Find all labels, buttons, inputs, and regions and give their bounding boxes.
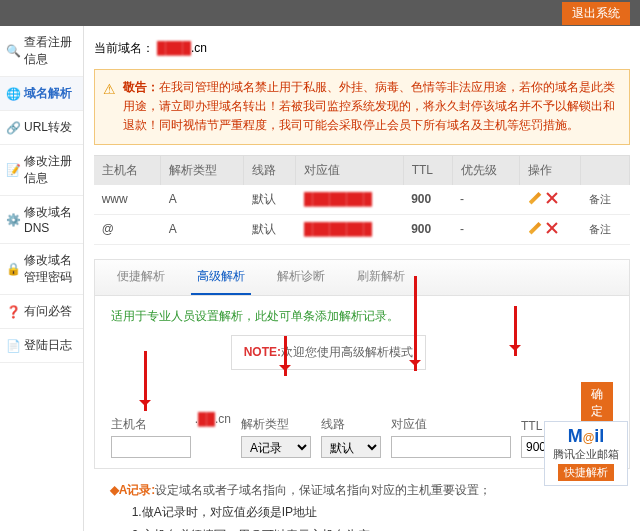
- label-line: 线路: [321, 416, 381, 433]
- sidebar-item-label: 域名解析: [24, 85, 72, 102]
- log-icon: 📄: [6, 339, 20, 353]
- th-ttl: TTL: [403, 156, 452, 185]
- question-icon: ❓: [6, 305, 20, 319]
- current-domain: 当前域名： ████.cn: [94, 34, 630, 63]
- cell-line: 默认: [244, 214, 296, 244]
- warning-banner: ⚠ 敬告：在我司管理的域名禁止用于私服、外挂、病毒、色情等非法应用途，若你的域名…: [94, 69, 630, 145]
- link-icon: 🔗: [6, 121, 20, 135]
- tabs: 便捷解析 高级解析 解析诊断 刷新解析: [94, 259, 630, 296]
- table-row: www A 默认 ████████ 900 - 备注: [94, 185, 630, 215]
- cell-type: A: [161, 214, 244, 244]
- line-select[interactable]: 默认: [321, 436, 381, 458]
- sidebar-item-url[interactable]: 🔗URL转发: [0, 111, 83, 145]
- sidebar: 🔍查看注册信息 🌐域名解析 🔗URL转发 📝修改注册信息 ⚙️修改域名DNS 🔒…: [0, 26, 84, 531]
- cell-ttl: 900: [403, 214, 452, 244]
- cell-host: @: [94, 214, 161, 244]
- sidebar-item-label: 有问必答: [24, 303, 72, 320]
- cell-ttl: 900: [403, 185, 452, 215]
- label-host: 主机名: [111, 416, 191, 433]
- sidebar-item-reginfo[interactable]: 🔍查看注册信息: [0, 26, 83, 77]
- sidebar-item-label: 修改域名DNS: [24, 204, 77, 235]
- redacted-domain: ████: [157, 41, 191, 55]
- warning-title: 敬告：: [123, 80, 159, 94]
- promo-text: 腾讯企业邮箱: [553, 447, 619, 462]
- cell-remark[interactable]: 备注: [581, 185, 630, 215]
- annotation-arrow: [144, 351, 147, 411]
- th-type: 解析类型: [161, 156, 244, 185]
- tab-diagnose[interactable]: 解析诊断: [271, 260, 331, 295]
- tab-quick[interactable]: 便捷解析: [111, 260, 171, 295]
- th-ops: 操作: [520, 156, 581, 185]
- th-value: 对应值: [296, 156, 403, 185]
- type-select[interactable]: A记录: [241, 436, 311, 458]
- help-a-title: A记录:: [119, 483, 156, 497]
- cell-value: ████████: [296, 185, 403, 215]
- edit-icon[interactable]: [529, 191, 543, 205]
- cell-ops: [520, 185, 581, 215]
- sidebar-item-faq[interactable]: ❓有问必答: [0, 295, 83, 329]
- th-line: 线路: [244, 156, 296, 185]
- edit-icon: 📝: [6, 163, 20, 177]
- sidebar-item-label: 修改注册信息: [24, 153, 77, 187]
- promo-logo: M@il: [553, 426, 619, 447]
- cell-ops: [520, 214, 581, 244]
- cell-remark[interactable]: 备注: [581, 214, 630, 244]
- cell-value: ████████: [296, 214, 403, 244]
- note-text: 欢迎您使用高级解析模式: [281, 345, 413, 359]
- sidebar-item-label: URL转发: [24, 119, 72, 136]
- cell-line: 默认: [244, 185, 296, 215]
- domain-suffix: .cn: [191, 41, 207, 55]
- label-type: 解析类型: [241, 416, 311, 433]
- cell-pri: -: [452, 214, 520, 244]
- label-value: 对应值: [391, 416, 511, 433]
- sidebar-item-password[interactable]: 🔒修改域名管理密码: [0, 244, 83, 295]
- th-host: 主机名: [94, 156, 161, 185]
- sidebar-item-editreg[interactable]: 📝修改注册信息: [0, 145, 83, 196]
- note-prefix: NOTE:: [244, 345, 281, 359]
- edit-icon[interactable]: [529, 221, 543, 235]
- value-input[interactable]: [391, 436, 511, 458]
- host-input[interactable]: [111, 436, 191, 458]
- note-box: NOTE:欢迎您使用高级解析模式: [231, 335, 426, 370]
- help-a2: 2.主机名必须填写，用@可以表示主机名为空: [132, 524, 614, 531]
- sidebar-item-dns[interactable]: 🌐域名解析: [0, 77, 83, 111]
- delete-icon[interactable]: [545, 191, 559, 205]
- help-a1: 1.做A记录时，对应值必须是IP地址: [132, 501, 614, 524]
- annotation-arrow: [514, 306, 517, 356]
- annotation-arrow: [414, 276, 417, 371]
- sidebar-item-log[interactable]: 📄登陆日志: [0, 329, 83, 363]
- form-tip: 适用于专业人员设置解析，此处可单条添加解析记录。: [111, 308, 613, 325]
- delete-icon[interactable]: [545, 221, 559, 235]
- tab-refresh[interactable]: 刷新解析: [351, 260, 411, 295]
- promo-button[interactable]: 快捷解析: [558, 464, 614, 481]
- promo-box[interactable]: M@il 腾讯企业邮箱 快捷解析: [544, 421, 628, 486]
- cell-pri: -: [452, 185, 520, 215]
- sidebar-item-editdns[interactable]: ⚙️修改域名DNS: [0, 196, 83, 244]
- help-a-body: 设定域名或者子域名指向，保证域名指向对应的主机重要设置；: [155, 483, 491, 497]
- current-domain-label: 当前域名：: [94, 41, 154, 55]
- cell-host: www: [94, 185, 161, 215]
- lock-icon: 🔒: [6, 262, 20, 276]
- sidebar-item-label: 查看注册信息: [24, 34, 77, 68]
- tab-advanced[interactable]: 高级解析: [191, 260, 251, 295]
- doc-search-icon: 🔍: [6, 44, 20, 58]
- warning-body: 在我司管理的域名禁止用于私服、外挂、病毒、色情等非法应用途，若你的域名是此类用途…: [123, 80, 615, 132]
- annotation-arrow: [284, 336, 287, 376]
- gear-icon: ⚙️: [6, 213, 20, 227]
- cell-type: A: [161, 185, 244, 215]
- host-suffix: .cn: [215, 412, 231, 426]
- th-pri: 优先级: [452, 156, 520, 185]
- warning-icon: ⚠: [103, 78, 116, 100]
- table-row: @ A 默认 ████████ 900 - 备注: [94, 214, 630, 244]
- records-table: 主机名 解析类型 线路 对应值 TTL 优先级 操作 www A 默认 ████…: [94, 155, 630, 245]
- sidebar-item-label: 登陆日志: [24, 337, 72, 354]
- logout-button[interactable]: 退出系统: [562, 2, 630, 25]
- globe-icon: 🌐: [6, 87, 20, 101]
- sidebar-item-label: 修改域名管理密码: [24, 252, 77, 286]
